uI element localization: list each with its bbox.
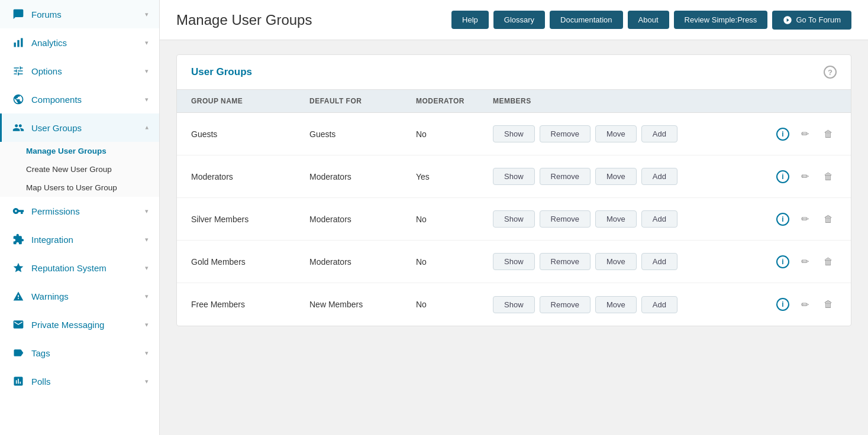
show-button-gold[interactable]: Show bbox=[493, 253, 535, 270]
move-button-guests[interactable]: Move bbox=[595, 125, 637, 142]
add-button-free[interactable]: Add bbox=[641, 296, 677, 313]
glossary-button[interactable]: Glossary bbox=[493, 11, 545, 29]
chevron-icon-analytics: ▾ bbox=[145, 39, 149, 47]
move-button-moderators[interactable]: Move bbox=[595, 168, 637, 185]
sidebar-label-warnings: Warnings bbox=[31, 291, 69, 301]
move-button-gold[interactable]: Move bbox=[595, 253, 637, 270]
default-for-free: New Members bbox=[309, 300, 416, 309]
sidebar-sub-create-user-group[interactable]: Create New User Group bbox=[0, 160, 159, 178]
sidebar-label-analytics: Analytics bbox=[31, 38, 67, 48]
group-name-guests: Guests bbox=[191, 129, 309, 139]
info-icon-silver[interactable]: i bbox=[776, 213, 789, 226]
edit-icon-gold[interactable]: ✏ bbox=[796, 254, 813, 270]
polls-icon bbox=[12, 375, 24, 387]
show-button-free[interactable]: Show bbox=[493, 296, 535, 313]
remove-button-free[interactable]: Remove bbox=[540, 296, 591, 313]
col-head-moderator: MODERATOR bbox=[416, 97, 493, 105]
add-button-guests[interactable]: Add bbox=[641, 125, 677, 142]
move-button-silver[interactable]: Move bbox=[595, 210, 637, 228]
sidebar-item-user-groups[interactable]: User Groups ▾ bbox=[0, 113, 159, 142]
add-button-silver[interactable]: Add bbox=[641, 210, 677, 228]
page-header: Manage User Groups Help Glossary Documen… bbox=[160, 0, 868, 40]
sidebar-item-private-messaging[interactable]: Private Messaging ▾ bbox=[0, 310, 159, 339]
sliders-icon bbox=[12, 65, 24, 77]
remove-button-silver[interactable]: Remove bbox=[540, 210, 591, 228]
row-actions-silver: i ✏ 🗑 bbox=[776, 211, 837, 228]
info-icon-free[interactable]: i bbox=[776, 298, 789, 311]
section-header: User Groups ? bbox=[177, 55, 851, 90]
delete-icon-gold[interactable]: 🗑 bbox=[820, 254, 837, 270]
sidebar-item-warnings[interactable]: Warnings ▾ bbox=[0, 282, 159, 310]
show-button-silver[interactable]: Show bbox=[493, 210, 535, 228]
members-free: Show Remove Move Add bbox=[493, 296, 776, 313]
chevron-icon-options: ▾ bbox=[145, 67, 149, 75]
info-icon-moderators[interactable]: i bbox=[776, 170, 789, 183]
remove-button-guests[interactable]: Remove bbox=[540, 125, 591, 142]
delete-icon-guests[interactable]: 🗑 bbox=[820, 126, 837, 142]
members-guests: Show Remove Move Add bbox=[493, 125, 776, 142]
tag-icon bbox=[12, 347, 24, 359]
sidebar-item-polls[interactable]: Polls ▾ bbox=[0, 367, 159, 395]
chevron-icon-user-groups: ▾ bbox=[145, 124, 149, 132]
chevron-icon-reputation: ▾ bbox=[145, 264, 149, 272]
table-row: Guests Guests No Show Remove Move Add i … bbox=[177, 113, 851, 155]
sidebar-item-options[interactable]: Options ▾ bbox=[0, 57, 159, 85]
move-button-free[interactable]: Move bbox=[595, 296, 637, 313]
sidebar-label-polls: Polls bbox=[31, 376, 51, 387]
info-icon-gold[interactable]: i bbox=[776, 255, 789, 268]
documentation-button[interactable]: Documentation bbox=[550, 11, 622, 29]
moderator-silver: No bbox=[416, 215, 493, 224]
user-groups-submenu: Manage User Groups Create New User Group… bbox=[0, 142, 159, 197]
header-actions: Help Glossary Documentation About Review… bbox=[451, 11, 851, 30]
edit-icon-silver[interactable]: ✏ bbox=[796, 211, 813, 228]
moderator-guests: No bbox=[416, 129, 493, 139]
sidebar-label-integration: Integration bbox=[31, 235, 73, 245]
sidebar-item-reputation[interactable]: Reputation System ▾ bbox=[0, 254, 159, 282]
about-button[interactable]: About bbox=[628, 11, 669, 29]
delete-icon-silver[interactable]: 🗑 bbox=[820, 211, 837, 228]
moderator-moderators: Yes bbox=[416, 172, 493, 181]
goto-forum-button[interactable]: Go To Forum bbox=[772, 11, 851, 30]
remove-button-gold[interactable]: Remove bbox=[540, 253, 591, 270]
remove-button-moderators[interactable]: Remove bbox=[540, 168, 591, 185]
add-button-gold[interactable]: Add bbox=[641, 253, 677, 270]
show-button-guests[interactable]: Show bbox=[493, 125, 535, 142]
edit-icon-free[interactable]: ✏ bbox=[796, 296, 813, 313]
chevron-icon-forums: ▾ bbox=[145, 11, 149, 18]
info-icon-guests[interactable]: i bbox=[776, 128, 789, 141]
section-help-icon[interactable]: ? bbox=[824, 66, 837, 79]
edit-icon-moderators[interactable]: ✏ bbox=[796, 168, 813, 185]
sidebar: Forums ▾ Analytics ▾ Options ▾ bbox=[0, 0, 160, 435]
row-actions-gold: i ✏ 🗑 bbox=[776, 254, 837, 270]
moderator-gold: No bbox=[416, 257, 493, 267]
content-area: User Groups ? GROUP NAME DEFAULT FOR MOD… bbox=[160, 40, 868, 435]
sidebar-sub-manage-user-groups[interactable]: Manage User Groups bbox=[0, 142, 159, 160]
delete-icon-moderators[interactable]: 🗑 bbox=[820, 168, 837, 185]
svg-rect-1 bbox=[17, 40, 19, 47]
edit-icon-guests[interactable]: ✏ bbox=[796, 126, 813, 142]
sidebar-item-forums[interactable]: Forums ▾ bbox=[0, 0, 159, 28]
main-content: Manage User Groups Help Glossary Documen… bbox=[160, 0, 868, 435]
default-for-silver: Moderators bbox=[309, 215, 416, 224]
chevron-icon-components: ▾ bbox=[145, 96, 149, 103]
default-for-gold: Moderators bbox=[309, 257, 416, 267]
add-button-moderators[interactable]: Add bbox=[641, 168, 677, 185]
delete-icon-free[interactable]: 🗑 bbox=[820, 296, 837, 313]
sidebar-item-tags[interactable]: Tags ▾ bbox=[0, 339, 159, 367]
chevron-icon-private-messaging: ▾ bbox=[145, 321, 149, 329]
review-button[interactable]: Review Simple:Press bbox=[674, 11, 768, 29]
show-button-moderators[interactable]: Show bbox=[493, 168, 535, 185]
col-head-group-name: GROUP NAME bbox=[191, 97, 309, 105]
help-button[interactable]: Help bbox=[451, 11, 489, 29]
sidebar-sub-map-users[interactable]: Map Users to User Group bbox=[0, 178, 159, 197]
svg-rect-0 bbox=[14, 43, 16, 47]
members-silver: Show Remove Move Add bbox=[493, 210, 776, 228]
sidebar-label-options: Options bbox=[31, 66, 62, 76]
sidebar-item-permissions[interactable]: Permissions ▾ bbox=[0, 197, 159, 225]
sidebar-item-integration[interactable]: Integration ▾ bbox=[0, 225, 159, 254]
sidebar-item-components[interactable]: Components ▾ bbox=[0, 85, 159, 113]
page-title: Manage User Groups bbox=[176, 12, 312, 28]
sidebar-item-analytics[interactable]: Analytics ▾ bbox=[0, 28, 159, 57]
members-gold: Show Remove Move Add bbox=[493, 253, 776, 270]
col-head-default-for: DEFAULT FOR bbox=[309, 97, 416, 105]
